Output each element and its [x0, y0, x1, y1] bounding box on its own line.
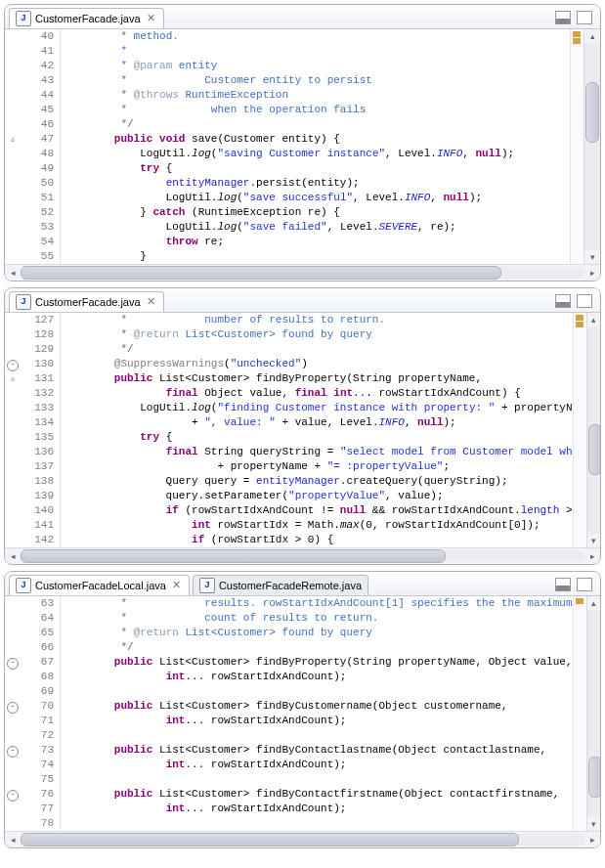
scroll-up-icon[interactable]: ▴	[587, 313, 600, 326]
vertical-scrollbar[interactable]: ▴ ▾	[586, 313, 600, 547]
vertical-scrollbar[interactable]: ▴ ▾	[586, 596, 601, 831]
scroll-left-icon[interactable]: ◂	[5, 833, 21, 846]
code-line[interactable]: int... rowStartIdxAndCount);	[63, 714, 573, 728]
code-line[interactable]: * Customer entity to persist	[63, 73, 570, 88]
code-line[interactable]: } catch (RuntimeException re) {	[63, 205, 570, 220]
gutter-marker[interactable]	[5, 235, 21, 249]
gutter-marker[interactable]	[5, 758, 21, 772]
code-line[interactable]: Query query = entityManager.createQuery(…	[63, 474, 573, 489]
maximize-button[interactable]	[577, 11, 592, 24]
scroll-right-icon[interactable]: ▸	[584, 833, 600, 846]
gutter-marker[interactable]	[5, 313, 21, 327]
code-line[interactable]: */	[63, 640, 573, 655]
code-line[interactable]: + ", value: " + value, Level.INFO, null)…	[63, 415, 573, 430]
gutter-marker[interactable]: ▵	[5, 132, 21, 147]
scroll-right-icon[interactable]: ▸	[584, 266, 600, 280]
gutter-marker[interactable]	[5, 445, 21, 459]
code-line[interactable]: query.setParameter("propertyValue", valu…	[63, 489, 573, 503]
gutter-marker[interactable]	[5, 59, 21, 73]
minimize-button[interactable]	[555, 294, 571, 308]
gutter-marker[interactable]	[5, 176, 21, 191]
code-line[interactable]: entityManager.persist(entity);	[63, 176, 570, 191]
gutter-marker[interactable]	[5, 626, 21, 640]
code-line[interactable]: * count of results to return.	[63, 611, 573, 626]
code-line[interactable]: * method.	[63, 29, 570, 44]
code-line[interactable]: * results. rowStartIdxAndCount[1] specif…	[63, 596, 573, 611]
code-line[interactable]: public List<Customer> findByProperty(Str…	[63, 371, 573, 386]
gutter-marker[interactable]	[5, 430, 21, 445]
gutter-marker[interactable]	[5, 249, 21, 264]
code-line[interactable]: throw re;	[63, 235, 570, 249]
tab-customerfacade[interactable]: J CustomerFacade.java ✕	[9, 8, 164, 28]
code-column[interactable]: * number of results to return. * @return…	[61, 313, 573, 547]
gutter-marker[interactable]	[5, 88, 21, 103]
code-line[interactable]: }	[63, 249, 570, 264]
gutter-marker[interactable]	[5, 191, 21, 205]
horizontal-scrollbar[interactable]: ◂ ▸	[5, 831, 600, 847]
horizontal-scrollbar[interactable]: ◂ ▸	[5, 547, 600, 564]
scroll-up-icon[interactable]: ▴	[587, 596, 601, 610]
code-line[interactable]: public List<Customer> findByCustomername…	[63, 699, 573, 714]
code-line[interactable]: public List<Customer> findByProperty(Str…	[63, 655, 573, 670]
gutter-marker[interactable]	[5, 714, 21, 728]
gutter-marker[interactable]	[5, 205, 21, 220]
gutter-marker[interactable]	[5, 342, 21, 357]
gutter-marker[interactable]: -	[5, 357, 21, 371]
close-icon[interactable]: ✕	[145, 295, 157, 308]
minimize-button[interactable]	[555, 11, 571, 24]
code-line[interactable]: LogUtil.log("save failed", Level.SEVERE,…	[63, 220, 570, 235]
gutter-marker[interactable]	[5, 816, 21, 831]
overview-mark[interactable]	[576, 322, 583, 327]
code-line[interactable]: public List<Customer> findByContactlastn…	[63, 743, 573, 758]
code-line[interactable]: final Object value, final int... rowStar…	[63, 386, 573, 401]
scroll-left-icon[interactable]: ◂	[5, 549, 21, 563]
code-line[interactable]	[63, 684, 573, 699]
code-line[interactable]	[63, 772, 573, 787]
code-line[interactable]: if (rowStartIdx > 0) {	[63, 533, 573, 547]
code-line[interactable]: final String queryString = "select model…	[63, 445, 573, 459]
gutter-marker[interactable]	[5, 459, 21, 474]
gutter-marker[interactable]: -	[5, 743, 21, 758]
overview-mark[interactable]	[576, 315, 583, 321]
overview-ruler[interactable]	[573, 313, 586, 547]
code-column[interactable]: * results. rowStartIdxAndCount[1] specif…	[61, 596, 573, 831]
code-column[interactable]: * method. * * @param entity * Customer e…	[61, 29, 570, 264]
gutter-marker[interactable]	[5, 802, 21, 816]
code-area[interactable]: ---- 63646566676869707172737475767778 * …	[5, 596, 586, 831]
code-line[interactable]: @SuppressWarnings("unchecked")	[63, 357, 573, 371]
minimize-button[interactable]	[555, 578, 571, 591]
code-line[interactable]: int... rowStartIdxAndCount);	[63, 758, 573, 772]
gutter-marker[interactable]	[5, 518, 21, 533]
scroll-right-icon[interactable]: ▸	[584, 549, 600, 563]
maximize-button[interactable]	[577, 578, 592, 591]
gutter-marker[interactable]	[5, 474, 21, 489]
scroll-down-icon[interactable]: ▾	[584, 250, 600, 264]
gutter-marker[interactable]	[5, 489, 21, 503]
tab-customerfacaderemote[interactable]: J CustomerFacadeRemote.java	[193, 575, 368, 595]
code-line[interactable]: + propertyName + "= :propertyValue";	[63, 459, 573, 474]
code-line[interactable]: *	[63, 44, 570, 59]
close-icon[interactable]: ✕	[170, 579, 183, 591]
gutter-marker[interactable]	[5, 684, 21, 699]
gutter-marker[interactable]: -	[5, 787, 21, 802]
code-line[interactable]: int rowStartIdx = Math.max(0, rowStartId…	[63, 518, 573, 533]
scroll-up-icon[interactable]: ▴	[584, 29, 600, 43]
gutter-marker[interactable]	[5, 327, 21, 342]
code-line[interactable]: try {	[63, 430, 573, 445]
gutter-marker[interactable]	[5, 772, 21, 787]
code-area[interactable]: ▵ 40414243444546474849505152535455 * met…	[5, 29, 583, 264]
code-line[interactable]: * @param entity	[63, 59, 570, 73]
code-area[interactable]: -▵ 1271281291301311321331341351361371381…	[5, 313, 586, 547]
maximize-button[interactable]	[577, 294, 592, 308]
horizontal-scrollbar[interactable]: ◂ ▸	[5, 264, 600, 281]
gutter-marker[interactable]: -	[5, 655, 21, 670]
code-line[interactable]: LogUtil.log("saving Customer instance", …	[63, 147, 570, 161]
code-line[interactable]: * @return List<Customer> found by query	[63, 626, 573, 640]
close-icon[interactable]: ✕	[145, 12, 157, 24]
gutter-marker[interactable]	[5, 161, 21, 176]
gutter-marker[interactable]	[5, 533, 21, 547]
gutter-marker[interactable]	[5, 401, 21, 415]
gutter-marker[interactable]	[5, 29, 21, 44]
vertical-scrollbar[interactable]: ▴ ▾	[583, 29, 600, 264]
gutter-marker[interactable]	[5, 220, 21, 235]
